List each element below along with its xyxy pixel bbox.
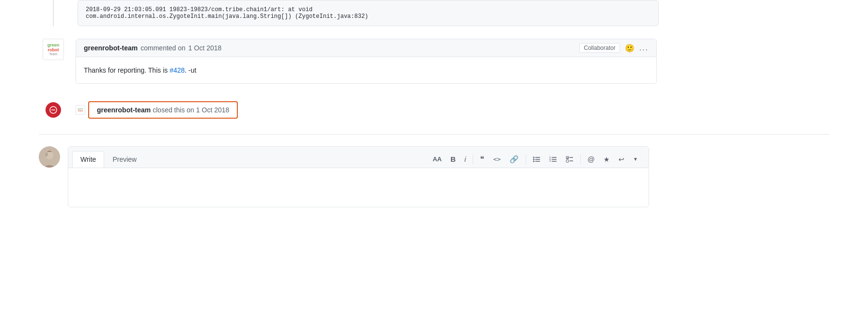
- toolbar-separator-1: [473, 154, 473, 164]
- svg-rect-19: [566, 160, 569, 162]
- toolbar-mention-button[interactable]: @: [585, 153, 598, 165]
- code-line-2: com.android.internal.os.ZygoteInit.main(…: [86, 13, 651, 20]
- closed-text-box: greenrobot-team closed this on 1 Oct 201…: [88, 101, 238, 119]
- emoji-button[interactable]: 🙂: [625, 44, 635, 53]
- svg-rect-12: [552, 157, 557, 158]
- toolbar-reference-button[interactable]: ★: [601, 154, 613, 165]
- avatar: green robot Team: [43, 39, 64, 60]
- svg-rect-10: [535, 161, 540, 162]
- reply-icon: ↩: [619, 155, 624, 163]
- closed-section: green robot greenrobot-team closed this …: [0, 93, 868, 126]
- mini-avatar: green robot: [76, 105, 85, 115]
- comment-author[interactable]: greenrobot-team: [84, 44, 138, 52]
- toolbar-unordered-list-button[interactable]: [530, 154, 543, 165]
- toolbar-ordered-list-button[interactable]: 1. 2. 3.: [546, 154, 560, 165]
- tab-preview[interactable]: Preview: [104, 151, 145, 167]
- greenrobot-logo: green robot Team: [43, 39, 63, 60]
- user-avatar: [39, 146, 60, 168]
- timeline-left: [39, 0, 68, 26]
- svg-rect-18: [570, 157, 573, 158]
- bookmark-icon: ★: [604, 155, 610, 163]
- write-tabs-left: Write Preview: [72, 151, 145, 167]
- code-icon: <>: [493, 155, 501, 163]
- svg-point-5: [533, 156, 534, 158]
- closed-author[interactable]: greenrobot-team: [97, 106, 151, 114]
- collaborator-badge: Collaborator: [579, 43, 620, 53]
- write-tabs-bar: Write Preview AA B i: [68, 147, 649, 168]
- comment-body: Thanks for reporting. This is #428. -ut: [76, 57, 656, 83]
- task-list-icon: [566, 155, 574, 163]
- bold-icon: B: [450, 155, 456, 163]
- svg-text:3.: 3.: [549, 159, 551, 162]
- write-box: Write Preview AA B i: [68, 146, 649, 207]
- code-line-1: 2018-09-29 21:03:05.091 19823-19823/com.…: [86, 6, 651, 13]
- chevron-down-icon: ▼: [633, 156, 638, 162]
- svg-rect-6: [535, 157, 540, 158]
- write-toolbar: AA B i ❝: [426, 151, 645, 168]
- svg-point-9: [533, 160, 534, 162]
- comment-body-prefix: Thanks for reporting. This is: [84, 66, 170, 74]
- toolbar-separator-2: [526, 154, 526, 164]
- comment-header-right: Collaborator 🙂 ...: [579, 43, 649, 53]
- code-block-section: 2018-09-29 21:03:05.091 19823-19823/com.…: [0, 0, 868, 26]
- svg-point-4: [45, 153, 48, 156]
- no-entry-icon: [49, 106, 57, 114]
- toolbar-separator-3: [580, 154, 581, 164]
- comment-header-left: greenrobot-team commented on 1 Oct 2018: [84, 44, 221, 52]
- comment-box: greenrobot-team commented on 1 Oct 2018 …: [76, 39, 657, 84]
- comment-issue-link[interactable]: #428: [170, 66, 185, 74]
- code-block: 2018-09-29 21:03:05.091 19823-19823/com.…: [78, 0, 659, 26]
- closed-action: closed this on: [153, 106, 194, 114]
- toolbar-task-list-button[interactable]: [563, 154, 576, 165]
- svg-rect-8: [535, 159, 540, 160]
- heading-icon: AA: [433, 155, 442, 163]
- toolbar-reply-button[interactable]: ↩: [616, 154, 627, 165]
- toolbar-link-button[interactable]: 🔗: [507, 153, 522, 166]
- more-button[interactable]: ...: [639, 44, 649, 52]
- write-section: Write Preview AA B i: [0, 139, 868, 215]
- closed-date: 1 Oct 2018: [196, 106, 230, 114]
- comment-section: green robot Team greenrobot-team comment…: [0, 31, 868, 92]
- toolbar-italic-button[interactable]: i: [462, 153, 469, 165]
- comment-body-suffix: . -ut: [185, 66, 196, 74]
- closed-icon: [46, 102, 61, 118]
- unordered-list-icon: [533, 155, 541, 163]
- svg-rect-20: [570, 160, 573, 161]
- svg-rect-1: [51, 110, 55, 111]
- quote-icon: ❝: [480, 154, 484, 164]
- link-icon: 🔗: [510, 155, 519, 164]
- timeline-line: [53, 0, 54, 26]
- svg-rect-14: [552, 159, 557, 160]
- svg-rect-16: [552, 161, 557, 162]
- section-divider: [39, 134, 829, 135]
- closed-icon-area: [39, 102, 68, 118]
- toolbar-quote-button[interactable]: ❝: [477, 153, 487, 166]
- comment-header: greenrobot-team commented on 1 Oct 2018 …: [76, 39, 656, 57]
- ordered-list-icon: 1. 2. 3.: [549, 155, 557, 163]
- comment-action: commented on: [140, 44, 186, 52]
- toolbar-bold-button[interactable]: B: [448, 153, 459, 165]
- mention-icon: @: [588, 155, 595, 163]
- italic-icon: i: [465, 155, 466, 163]
- comment-date: 1 Oct 2018: [188, 44, 222, 52]
- toolbar-code-button[interactable]: <>: [490, 154, 504, 165]
- svg-point-7: [533, 158, 534, 160]
- tab-write[interactable]: Write: [72, 151, 104, 168]
- toolbar-heading-button[interactable]: AA: [430, 154, 445, 165]
- user-avatar-svg: [39, 146, 60, 168]
- user-avatar-img: [39, 146, 60, 168]
- closed-content: green robot greenrobot-team closed this …: [76, 101, 238, 119]
- avatar-area: green robot Team: [39, 39, 68, 60]
- toolbar-reply-dropdown-button[interactable]: ▼: [630, 154, 641, 164]
- write-area-input[interactable]: [68, 168, 649, 207]
